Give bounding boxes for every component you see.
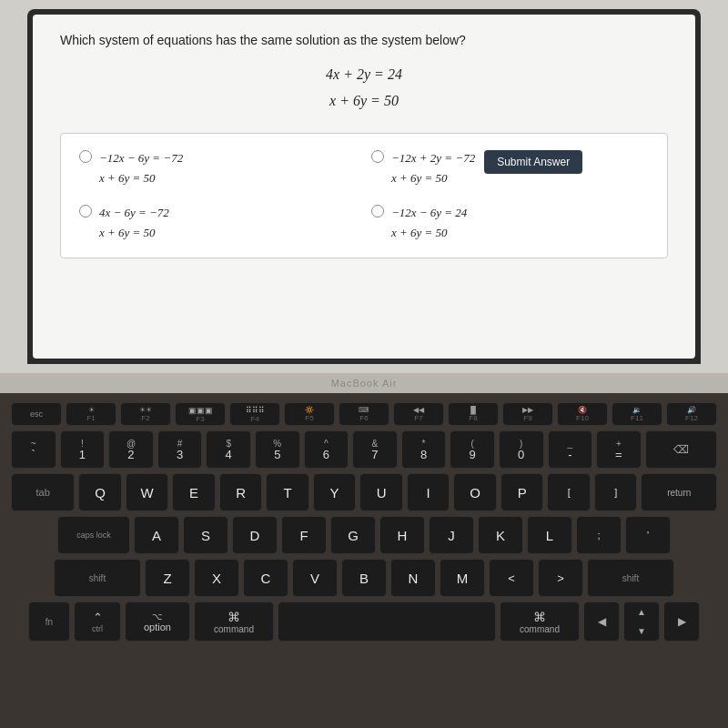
option-b-eq2: x + 6y = 50 (391, 168, 475, 188)
key-option-left[interactable]: ⌥ option (125, 602, 190, 642)
option-d[interactable]: −12x − 6y = 24 x + 6y = 50 (371, 203, 649, 243)
key-return[interactable]: return (641, 473, 717, 511)
key-f10[interactable]: 🔇F10 (557, 402, 608, 426)
key-x[interactable]: X (194, 559, 239, 597)
key-g[interactable]: G (330, 516, 376, 554)
key-ctrl[interactable]: ⌃ ctrl (74, 602, 121, 642)
key-6[interactable]: ^6 (304, 430, 349, 469)
key-q[interactable]: Q (78, 473, 122, 511)
key-c[interactable]: C (243, 559, 288, 597)
key-7[interactable]: &7 (352, 430, 398, 469)
key-bracket-close[interactable]: ] (594, 473, 638, 511)
key-shift-right[interactable]: shift (587, 559, 674, 597)
fn-key-row: esc ☀F1 ☀☀F2 ▣▣▣F3 ⠿⠿⠿F4 🔆F5 ⌨F6 ◀◀F7 ▐▌… (11, 402, 717, 426)
key-caps-lock[interactable]: caps lock (57, 516, 130, 554)
key-e[interactable]: E (172, 473, 216, 511)
radio-d[interactable] (371, 205, 384, 217)
key-1[interactable]: !1 (60, 430, 106, 469)
key-w[interactable]: W (126, 473, 169, 511)
key-m[interactable]: M (440, 559, 485, 597)
key-equals[interactable]: += (596, 430, 642, 469)
key-period[interactable]: > (538, 559, 583, 597)
key-f7[interactable]: ◀◀F7 (393, 402, 444, 426)
key-arrow-up-down[interactable]: ▲ ▼ (623, 602, 660, 642)
key-s[interactable]: S (183, 516, 228, 554)
key-semicolon[interactable]: ; (576, 516, 622, 554)
radio-b[interactable] (371, 150, 384, 163)
key-minus[interactable]: _- (548, 430, 593, 469)
answer-box: −12x − 6y = −72 x + 6y = 50 −12x + 2y = … (60, 133, 668, 258)
key-t[interactable]: T (266, 473, 309, 511)
bottom-key-row: fn ⌃ ctrl ⌥ option ⌘ command ⌘ command ◀… (11, 602, 717, 642)
key-command-right[interactable]: ⌘ command (500, 602, 580, 642)
key-y[interactable]: Y (313, 473, 357, 511)
key-b[interactable]: B (341, 559, 387, 597)
key-backtick[interactable]: ~` (11, 430, 56, 469)
number-key-row: ~` !1 @2 #3 $4 %5 ^6 &7 *8 (9 )0 (11, 430, 717, 469)
key-f3[interactable]: ▣▣▣F3 (175, 402, 226, 426)
key-8[interactable]: *8 (401, 430, 447, 469)
key-f12[interactable]: 🔊F12 (666, 402, 717, 426)
key-4[interactable]: $4 (206, 430, 251, 469)
key-9[interactable]: (9 (450, 430, 495, 469)
key-shift-left[interactable]: shift (54, 559, 141, 597)
key-z[interactable]: Z (145, 559, 190, 597)
key-arrow-right[interactable]: ▶ (663, 602, 700, 642)
main-equations: 4x + 2y = 24 x + 6y = 50 (60, 62, 668, 115)
asdf-key-row: caps lock A S D F G H J K L ; ' (11, 516, 717, 554)
key-fn[interactable]: fn (28, 602, 70, 642)
key-h[interactable]: H (379, 516, 425, 554)
key-3[interactable]: #3 (157, 430, 203, 469)
macbook-brand-label: MacBook Air (331, 378, 398, 389)
macbook-label-area: MacBook Air (0, 373, 728, 393)
key-n[interactable]: N (390, 559, 436, 597)
key-f5[interactable]: 🔆F5 (284, 402, 335, 426)
option-d-text: −12x − 6y = 24 x + 6y = 50 (391, 203, 467, 243)
key-f1[interactable]: ☀F1 (66, 402, 116, 426)
key-quote[interactable]: ' (625, 516, 671, 554)
key-command-left[interactable]: ⌘ command (194, 602, 274, 642)
key-bracket-open[interactable]: [ (547, 473, 591, 511)
key-f11[interactable]: 🔉F11 (612, 402, 662, 426)
option-c[interactable]: 4x − 6y = −72 x + 6y = 50 (79, 203, 357, 243)
key-v[interactable]: V (292, 559, 338, 597)
option-d-eq2: x + 6y = 50 (391, 223, 467, 243)
key-r[interactable]: R (219, 473, 263, 511)
key-k[interactable]: K (478, 516, 523, 554)
key-f9[interactable]: ▶▶F9 (502, 402, 553, 426)
key-5[interactable]: %5 (255, 430, 300, 469)
key-a[interactable]: A (134, 516, 179, 554)
key-u[interactable]: U (359, 473, 403, 511)
radio-c[interactable] (79, 205, 92, 217)
key-spacebar[interactable] (278, 602, 496, 642)
key-p[interactable]: P (500, 473, 544, 511)
key-tab[interactable]: tab (11, 473, 75, 511)
key-esc[interactable]: esc (11, 402, 62, 426)
submit-answer-button[interactable]: Submit Answer (484, 150, 582, 174)
radio-a[interactable] (79, 150, 92, 163)
keyboard: esc ☀F1 ☀☀F2 ▣▣▣F3 ⠿⠿⠿F4 🔆F5 ⌨F6 ◀◀F7 ▐▌… (0, 393, 728, 728)
key-arrow-left[interactable]: ◀ (583, 602, 620, 642)
key-l[interactable]: L (527, 516, 572, 554)
key-f8[interactable]: ▐▌F8 (448, 402, 499, 426)
zxcv-key-row: shift Z X C V B N M < > shift (11, 559, 717, 597)
key-f[interactable]: F (281, 516, 327, 554)
option-a-eq1: −12x − 6y = −72 (99, 148, 183, 168)
key-i[interactable]: I (407, 473, 450, 511)
option-b-content: −12x + 2y = −72 x + 6y = 50 Submit Answe… (391, 148, 582, 188)
key-backspace[interactable]: ⌫ (645, 430, 717, 469)
key-d[interactable]: D (232, 516, 278, 554)
key-comma[interactable]: < (489, 559, 534, 597)
key-0[interactable]: )0 (499, 430, 544, 469)
main-eq2: x + 6y = 50 (60, 88, 668, 115)
key-o[interactable]: O (453, 473, 497, 511)
main-eq1: 4x + 2y = 24 (60, 62, 668, 88)
option-a[interactable]: −12x − 6y = −72 x + 6y = 50 (79, 148, 357, 188)
key-f4[interactable]: ⠿⠿⠿F4 (229, 402, 280, 426)
key-j[interactable]: J (429, 516, 474, 554)
option-c-text: 4x − 6y = −72 x + 6y = 50 (99, 203, 169, 243)
key-f6[interactable]: ⌨F6 (339, 402, 389, 426)
option-b[interactable]: −12x + 2y = −72 x + 6y = 50 Submit Answe… (371, 148, 649, 188)
key-f2[interactable]: ☀☀F2 (120, 402, 171, 426)
key-2[interactable]: @2 (108, 430, 154, 469)
